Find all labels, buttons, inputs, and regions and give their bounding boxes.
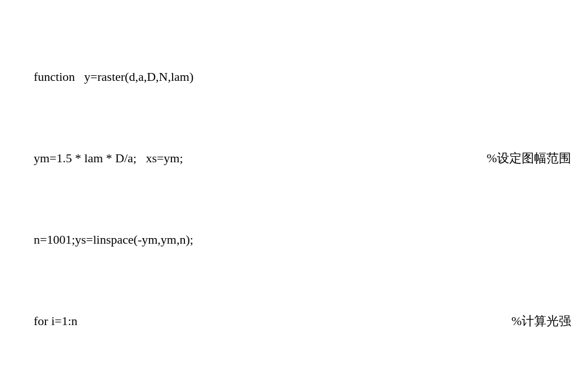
code-text: function y=raster(d,a,D,N,lam) [34,67,193,87]
code-text: n=1001;ys=linspace(-ym,ym,n); [34,230,193,250]
code-comment: %设定图幅范围 [464,148,571,168]
code-line-1: function y=raster(d,a,D,N,lam) [34,67,571,87]
code-text: ym=1.5 * lam * D/a; xs=ym; [34,148,183,168]
code-line-3: n=1001;ys=linspace(-ym,ym,n); [34,230,571,250]
code-block: function y=raster(d,a,D,N,lam) ym=1.5 * … [34,6,571,388]
code-line-2: ym=1.5 * lam * D/a; xs=ym; %设定图幅范围 [34,148,571,168]
code-text: for i=1:n [34,311,78,331]
code-comment: %计算光强 [489,311,571,331]
code-line-4: for i=1:n %计算光强 [34,311,571,331]
